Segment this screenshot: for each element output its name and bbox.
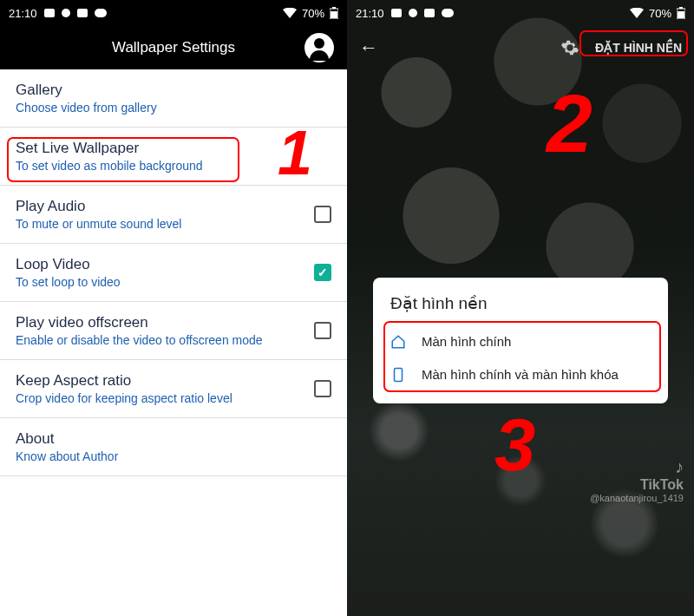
item-subtitle: Enable or disable the video to offscreen… <box>16 333 314 347</box>
list-item[interactable]: Play AudioTo mute or unmute sound level <box>0 186 347 244</box>
list-item[interactable]: Loop VideoTo set loop to video✓ <box>0 244 347 302</box>
item-title: Play video offscreen <box>16 314 314 331</box>
phone-icon <box>390 367 408 386</box>
item-title: Loop Video <box>16 256 314 273</box>
item-subtitle: To set loop to video <box>16 275 314 289</box>
video-icon <box>424 9 435 17</box>
dialog-option[interactable]: Màn hình chính <box>390 327 651 360</box>
wifi-icon <box>630 8 644 18</box>
status-time: 21:10 <box>9 7 37 20</box>
back-icon[interactable]: ← <box>359 36 378 59</box>
checkbox[interactable] <box>314 206 331 223</box>
page-title: Wallpaper Settings <box>112 39 235 56</box>
dialog-options: Màn hình chínhMàn hình chính và màn hình… <box>390 327 651 393</box>
checkbox[interactable] <box>314 322 331 339</box>
dot-icon <box>62 9 70 17</box>
svg-rect-1 <box>332 7 336 9</box>
battery-icon <box>330 7 338 19</box>
image-icon <box>44 9 55 17</box>
set-wallpaper-dialog: Đặt hình nền Màn hình chínhMàn hình chín… <box>373 278 668 403</box>
battery-icon <box>677 7 685 19</box>
gear-icon[interactable] <box>560 38 579 57</box>
svg-rect-4 <box>679 7 683 9</box>
status-bar: 21:10 70% <box>347 0 694 26</box>
dot-icon <box>409 9 417 17</box>
dialog-title: Đặt hình nền <box>390 293 651 313</box>
list-item[interactable]: Play video offscreenEnable or disable th… <box>0 302 347 360</box>
checkbox[interactable]: ✓ <box>314 264 331 281</box>
checkbox[interactable] <box>314 380 331 397</box>
item-title: About <box>16 430 331 448</box>
list-item[interactable]: GalleryChoose video from gallery <box>0 69 347 128</box>
item-title: Set Live Wallpaper <box>16 140 331 157</box>
list-item[interactable]: Keep Aspect ratioCrop video for keeping … <box>0 360 347 418</box>
cloud-icon <box>442 9 454 17</box>
item-title: Gallery <box>16 82 331 99</box>
status-battery: 70% <box>302 7 324 20</box>
settings-list: GalleryChoose video from gallerySet Live… <box>0 69 347 476</box>
dialog-option-label: Màn hình chính <box>422 334 511 349</box>
svg-rect-5 <box>678 11 684 18</box>
cloud-icon <box>95 9 107 17</box>
item-title: Play Audio <box>16 198 314 215</box>
status-bar: 21:10 70% <box>0 0 347 26</box>
list-item[interactable]: Set Live WallpaperTo set video as mobile… <box>0 128 347 186</box>
svg-rect-2 <box>331 11 337 18</box>
status-battery: 70% <box>649 7 671 20</box>
dialog-option-label: Màn hình chính và màn hình khóa <box>422 367 619 382</box>
list-item[interactable]: AboutKnow about Author <box>0 418 347 476</box>
left-header: Wallpaper Settings <box>0 26 347 69</box>
video-icon <box>77 9 88 17</box>
set-wallpaper-button[interactable]: ĐẶT HÌNH NỀN <box>595 41 682 55</box>
item-subtitle: Choose video from gallery <box>16 101 331 115</box>
right-screen: 21:10 70% ← ĐẶT HÌNH NỀN Đặt hình nền Mà… <box>347 0 694 616</box>
item-subtitle: To mute or unmute sound level <box>16 217 314 231</box>
right-header: ← ĐẶT HÌNH NỀN <box>347 26 694 69</box>
left-screen: 21:10 70% Wallpaper Settings GalleryChoo… <box>0 0 347 616</box>
wifi-icon <box>283 8 297 18</box>
svg-rect-6 <box>395 369 403 382</box>
item-subtitle: To set video as mobile background <box>16 159 331 173</box>
dialog-option[interactable]: Màn hình chính và màn hình khóa <box>390 360 651 393</box>
item-subtitle: Know about Author <box>16 449 331 463</box>
avatar-icon[interactable] <box>304 33 334 62</box>
tiktok-watermark: ♪ TikTok @kanaotanjirou_1419 <box>590 457 684 503</box>
home-icon <box>390 334 408 353</box>
status-time: 21:10 <box>356 7 384 20</box>
item-subtitle: Crop video for keeping aspect ratio leve… <box>16 391 314 405</box>
image-icon <box>391 9 402 17</box>
item-title: Keep Aspect ratio <box>16 372 314 390</box>
